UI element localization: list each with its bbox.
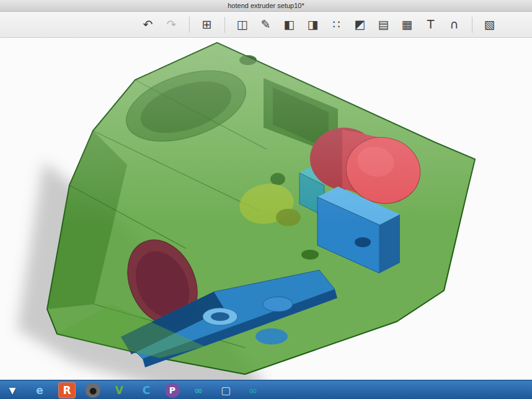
group-objects-icon: ▤ [378, 19, 389, 30]
r-app-icon[interactable]: R [58, 382, 76, 398]
undo-button[interactable]: ↶ [139, 15, 157, 34]
shell-cube-icon: ▦ [402, 19, 413, 30]
dark-circle-app-icon-glyph: ● [89, 385, 97, 395]
redo-icon: ↷ [167, 19, 177, 30]
toolbar-separator [189, 17, 190, 33]
model-svg [0, 38, 532, 380]
c-app-icon[interactable]: C [138, 382, 155, 398]
window-app-icon[interactable]: ▢ [217, 382, 234, 398]
start-arrow-icon-glyph: ▼ [9, 385, 16, 395]
sketch-pencil-icon: ✎ [261, 19, 271, 30]
infinity-app-icon[interactable]: ∞ [190, 382, 207, 398]
shell-button[interactable]: ▦ [398, 15, 417, 34]
window-title: hotend extruder setup10* [228, 2, 304, 9]
snap-cube-icon: ◨ [308, 19, 319, 30]
insert-primitive-icon: ⊞ [202, 19, 212, 30]
pattern-grid-icon: ∷ [332, 19, 340, 30]
p-app-icon[interactable]: P [165, 383, 180, 398]
toolbar: ↶↷⊞◫✎◧◨∷◩▤▦T∩▧ [0, 12, 532, 38]
canvas-3d-viewport[interactable] [0, 38, 532, 380]
p-app-icon-glyph: P [169, 385, 175, 395]
taskbar: ▼eR●VCP∞▢∞ [0, 380, 532, 399]
transform-cube-icon: ◩ [355, 19, 366, 30]
c-app-icon-glyph: C [143, 384, 150, 397]
pattern-button[interactable]: ∷ [327, 15, 346, 34]
text-button[interactable]: T [422, 15, 440, 34]
split-button[interactable]: ◧ [280, 15, 299, 34]
magnet-button[interactable]: ∩ [445, 15, 464, 34]
toolbar-separator [472, 17, 472, 33]
start-arrow-icon[interactable]: ▼ [4, 382, 21, 398]
undo-icon: ↶ [143, 19, 153, 30]
snap-magnet-icon: ∩ [450, 19, 459, 30]
combine-solids-icon: ◫ [237, 19, 248, 30]
v-app-icon[interactable]: V [110, 382, 128, 398]
toolbar-separator [224, 17, 225, 33]
group-button[interactable]: ▤ [375, 15, 393, 34]
arduino-infinity-icon-glyph: ∞ [249, 384, 257, 397]
internet-explorer-icon[interactable]: e [31, 382, 48, 398]
redo-button: ↷ [162, 15, 181, 34]
split-solid-icon: ◧ [284, 19, 295, 30]
snap-cube-button[interactable]: ◨ [304, 15, 322, 34]
titlebar: hotend extruder setup10* [0, 0, 532, 12]
arduino-infinity-icon[interactable]: ∞ [244, 382, 262, 398]
infinity-app-icon-glyph: ∞ [194, 384, 203, 397]
r-app-icon-glyph: R [63, 384, 71, 397]
material-icon: ▧ [484, 19, 495, 30]
transform-button[interactable]: ◩ [351, 15, 370, 34]
dark-circle-app-icon[interactable]: ● [86, 383, 100, 398]
text-tool-icon: T [427, 19, 435, 30]
combine-button[interactable]: ◫ [233, 15, 252, 34]
v-app-icon-glyph: V [115, 384, 123, 397]
housing-sheen [47, 43, 475, 374]
sketch-button[interactable]: ✎ [257, 15, 275, 34]
internet-explorer-icon-glyph: e [36, 384, 43, 397]
insert-primitive-button[interactable]: ⊞ [198, 15, 216, 34]
window-app-icon-glyph: ▢ [221, 384, 231, 397]
material-button[interactable]: ▧ [481, 15, 499, 34]
